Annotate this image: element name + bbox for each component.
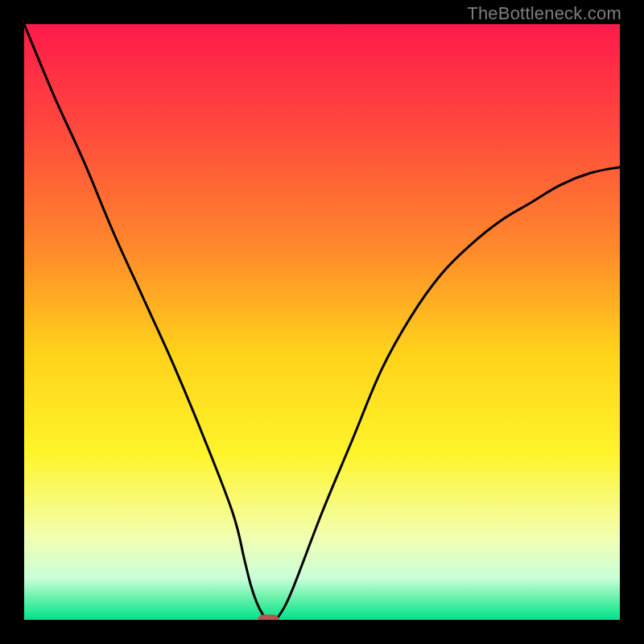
chart-stage: TheBottleneck.com <box>0 0 644 644</box>
plot-background <box>24 24 620 620</box>
bottleneck-chart <box>24 24 620 620</box>
watermark-text: TheBottleneck.com <box>467 3 621 24</box>
optimum-marker <box>258 615 279 621</box>
